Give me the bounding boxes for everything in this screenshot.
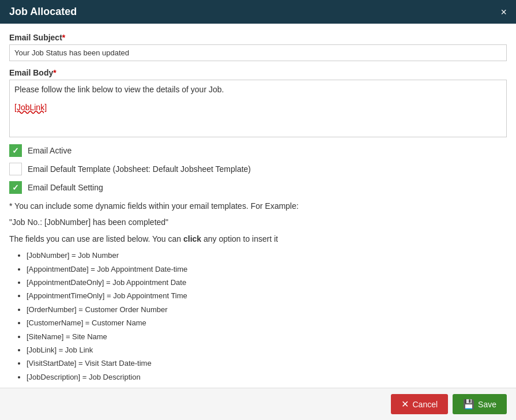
info-note2: "Job No.: [JobNumber] has been completed… — [9, 216, 507, 228]
modal-close-button[interactable]: × — [500, 7, 507, 17]
save-icon: 💾 — [463, 399, 474, 410]
modal-title: Job Allocated — [9, 6, 77, 18]
cancel-icon: ✕ — [401, 399, 409, 410]
modal-container: Job Allocated × Email Subject* Email Bod… — [0, 0, 516, 420]
email-subject-label: Email Subject* — [9, 33, 507, 42]
modal-footer: ✕ Cancel 💾 Save — [0, 388, 516, 420]
email-active-row[interactable]: Email Active — [9, 144, 507, 157]
email-body-joblink: [JobLink] — [14, 103, 47, 112]
email-active-label: Email Active — [28, 146, 71, 155]
list-item[interactable]: [OrderNumber] = Customer Order Number — [27, 303, 507, 316]
email-default-setting-label: Email Default Setting — [28, 183, 103, 192]
save-button[interactable]: 💾 Save — [453, 394, 507, 414]
modal-body: Email Subject* Email Body* Please follow… — [0, 24, 516, 388]
cancel-label: Cancel — [412, 400, 438, 409]
info-note3: The fields you can use are listed below.… — [9, 232, 507, 245]
email-default-template-row[interactable]: Email Default Template (Jobsheet: Defaul… — [9, 163, 507, 175]
list-item[interactable]: [JobLink] = Job Link — [27, 343, 507, 357]
list-item[interactable]: [JobNumber] = Job Number — [27, 249, 507, 262]
info-section: * You can include some dynamic fields wi… — [9, 200, 507, 384]
list-item[interactable]: [JobDescription] = Job Description — [27, 370, 507, 384]
list-item[interactable]: [AppointmentDate] = Job Appointment Date… — [27, 262, 507, 276]
list-item[interactable]: [SiteName] = Site Name — [27, 330, 507, 343]
email-default-template-checkbox[interactable] — [9, 163, 22, 175]
email-body-textarea[interactable]: Please follow the link below to view the… — [9, 80, 507, 137]
email-body-line1: Please follow the link below to view the… — [14, 85, 502, 94]
info-note1: * You can include some dynamic fields wi… — [9, 200, 507, 212]
cancel-button[interactable]: ✕ Cancel — [391, 394, 448, 414]
list-item[interactable]: [CustomerName] = Customer Name — [27, 316, 507, 329]
email-active-checkbox[interactable] — [9, 144, 22, 157]
dynamic-fields-list: [JobNumber] = Job Number [AppointmentDat… — [9, 249, 507, 384]
email-default-template-label: Email Default Template (Jobsheet: Defaul… — [28, 164, 251, 174]
email-default-setting-checkbox[interactable] — [9, 181, 22, 194]
list-item[interactable]: [VisitStartDate] = Visit Start Date-time — [27, 357, 507, 370]
modal-header: Job Allocated × — [0, 0, 516, 24]
email-default-setting-row[interactable]: Email Default Setting — [9, 181, 507, 194]
list-item[interactable]: [AppointmentTimeOnly] = Job Appointment … — [27, 289, 507, 302]
email-body-label: Email Body* — [9, 68, 507, 77]
email-subject-input[interactable] — [9, 44, 507, 61]
list-item[interactable]: [AppointmentDateOnly] = Job Appointment … — [27, 276, 507, 289]
save-label: Save — [478, 400, 496, 409]
